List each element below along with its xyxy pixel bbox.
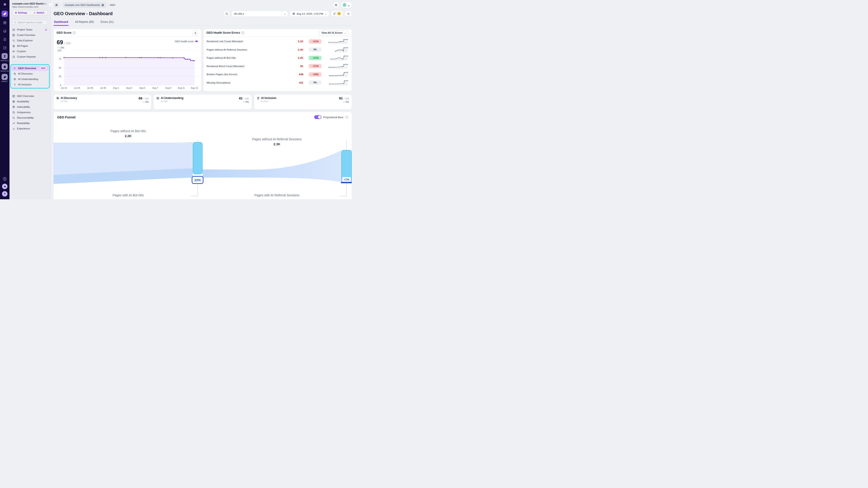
info-icon[interactable]: i	[241, 31, 244, 34]
sidebar-item-indexability[interactable]: Indexability	[9, 104, 51, 109]
chevron-down-icon: ⌄	[282, 11, 288, 17]
left-rail: PROTECTMONITORIMPACT ?	[0, 0, 9, 199]
score-card-ai-inclusion[interactable]: AI InclusionSCORE91 / 100— 0%	[254, 95, 352, 109]
sidebar-item-ai-understanding[interactable]: AI Understanding	[11, 76, 49, 82]
sidebar-item-discoverability[interactable]: Discoverability	[9, 115, 51, 121]
sidebar-item-label: Availability	[17, 100, 48, 103]
error-count: 648	[292, 73, 303, 76]
funnel-stage1-bar[interactable]	[193, 142, 203, 174]
sidebar-item-geo-overview[interactable]: GEO OverviewNEW	[11, 66, 49, 71]
funnel-stage2-with-sessions-sliver	[341, 182, 352, 183]
error-sparkline	[328, 79, 348, 86]
sidebar-collapse-button[interactable]: ‹	[49, 3, 53, 7]
funnel-stage1-value: 2.2K	[88, 134, 169, 138]
sidebar-item-ai-discovery[interactable]: AI Discovery	[11, 71, 49, 76]
card-title: AI Understanding	[161, 96, 183, 100]
svg-text:Jul 28: Jul 28	[87, 87, 93, 89]
sidebar-search[interactable]	[12, 20, 48, 25]
info-icon[interactable]: i	[73, 31, 76, 34]
error-row-rendered-link-count-mismatch[interactable]: Rendered Link Count Mismatch3.1K↑ 0.1%	[204, 37, 352, 46]
search-icon	[225, 12, 228, 15]
check-square-icon[interactable]	[2, 45, 8, 51]
archive-icon	[12, 105, 15, 108]
rail-section-protect[interactable]: PROTECT	[1, 53, 9, 61]
sidebar-item-data-explorer[interactable]: Data Explorer	[9, 38, 51, 43]
sidebar-item-custom-reports[interactable]: Custom Reports	[9, 54, 51, 59]
funnel-stage2-value: 2.3K	[236, 142, 318, 146]
url-filter-select[interactable]: All URLs ⌄	[231, 11, 288, 17]
sidebar-item-seo-overview[interactable]: SEO Overview	[9, 93, 51, 99]
sidebar-item-project-tasks[interactable]: Project Tasks1	[9, 27, 51, 32]
accessibility-icon[interactable]	[2, 176, 7, 182]
sidebar-item-badge: 1	[44, 28, 48, 31]
tab-dashboard[interactable]: Dashboard	[54, 20, 69, 26]
sidebar-item-availability[interactable]: Availability	[9, 99, 51, 104]
sidebar-item-custom[interactable]: Custom	[9, 48, 51, 54]
card-subtitle: SCORE	[61, 100, 77, 102]
refresh-count-badge: 0	[337, 12, 341, 15]
error-row-broken-pages-4xx-errors-[interactable]: Broken Pages (4xx Errors)648↑ 0.6%	[204, 70, 352, 78]
gauge-icon[interactable]	[2, 28, 8, 34]
card-score: 66 / 100	[138, 96, 149, 100]
search-input[interactable]	[18, 21, 45, 24]
svg-text:Aug 11: Aug 11	[178, 87, 185, 89]
search-button[interactable]	[223, 11, 230, 17]
share-button[interactable]	[345, 11, 352, 17]
switch-button[interactable]: Switch	[30, 10, 48, 15]
settings-gear-button[interactable]: ⚙	[333, 2, 339, 8]
sidebar-item-all-pages[interactable]: All Pages	[9, 43, 51, 48]
error-sparkline	[328, 63, 348, 69]
view-all-errors-button[interactable]: View All 31 Errors →	[319, 30, 349, 36]
sidebar-item-experience[interactable]: Experience	[9, 126, 51, 131]
breadcrumb-project-chip[interactable]: example.com GEO Dashboards	[63, 2, 106, 8]
megaphone-icon[interactable]	[2, 184, 7, 189]
svg-text:Aug 13: Aug 13	[191, 87, 198, 89]
help-icon[interactable]: ?	[2, 191, 7, 197]
active-app-tile[interactable]	[2, 11, 8, 17]
error-row-pages-without-ai-bot-hits[interactable]: Pages without AI Bot Hits2.2K↓ 0.2%	[204, 54, 352, 62]
error-row-pages-without-ai-referral-sessions[interactable]: Pages without AI Referral Sessions2.3K0%	[204, 46, 352, 54]
sidebar-item-uniqueness[interactable]: Uniqueness	[9, 109, 51, 115]
clipboard-check-icon[interactable]	[2, 36, 8, 42]
sidebar-item-label: All Pages	[17, 44, 48, 47]
sidebar-item-label: AI Understanding	[18, 78, 46, 80]
account-menu[interactable]: ⌄	[341, 2, 352, 8]
svg-text:Aug 5: Aug 5	[139, 87, 145, 89]
error-change-badge: 0%	[309, 47, 321, 52]
sidebar-nav-top: Project Tasks1Crawl OverviewData Explore…	[9, 27, 51, 59]
sidebar-item-crawl-overview[interactable]: Crawl Overview	[9, 32, 51, 38]
error-change-badge: 0%	[309, 80, 321, 85]
rail-section-impact[interactable]: IMPACT	[1, 74, 9, 82]
sidebar-item-label: Indexability	[17, 105, 48, 108]
box-plus-icon	[156, 96, 159, 102]
score-card-ai-understanding[interactable]: AI UnderstandingSCORE41 / 100— 0%	[154, 95, 251, 109]
tab-errors-31-[interactable]: Errors (31)	[100, 20, 114, 26]
sidebar-item-ai-inclusion[interactable]: AI Inclusion	[11, 82, 49, 87]
refresh-button[interactable]: 0	[331, 11, 343, 17]
grid-icon[interactable]	[2, 20, 8, 26]
date-picker[interactable]: Aug 13, 2025, 1:02 PM ⌄	[290, 11, 329, 17]
error-row-rendered-word-count-mismatch[interactable]: Rendered Word Count Mismatch3K↑ 0.1%	[204, 62, 352, 70]
error-count: 431	[292, 81, 303, 84]
error-name: Pages without AI Referral Sessions	[207, 48, 290, 51]
magnifier-plus-icon	[13, 72, 16, 75]
settings-button[interactable]: ⚙ Settings	[12, 10, 30, 15]
proportional-bars-toggle[interactable]	[314, 115, 321, 119]
sync-icon	[333, 12, 336, 15]
breadcrumb-home-button[interactable]	[54, 2, 59, 8]
score-card-ai-discovery[interactable]: AI DiscoverySCORE66 / 100— 0%	[54, 95, 151, 109]
search-icon	[12, 116, 15, 119]
download-button[interactable]	[193, 30, 198, 36]
brand-logo-icon	[3, 2, 7, 6]
error-row-missing-descriptions[interactable]: Missing Descriptions4310%	[204, 78, 352, 87]
card-sparkline	[254, 103, 352, 109]
errors-panel-title: GEO Health Score Errors	[206, 31, 240, 34]
globe-icon	[101, 4, 104, 6]
chevron-down-icon: ⌄	[324, 12, 327, 15]
rail-section-monitor[interactable]: MONITOR	[1, 64, 9, 72]
tab-all-reports-80-[interactable]: All Reports (80)	[74, 20, 94, 26]
sidebar-item-rankability[interactable]: Rankability	[9, 121, 51, 126]
funnel-stage1-bottom-label: Pages with AI Bot Hits	[88, 193, 169, 197]
error-sparkline	[328, 38, 348, 44]
task-check-icon	[12, 28, 15, 31]
